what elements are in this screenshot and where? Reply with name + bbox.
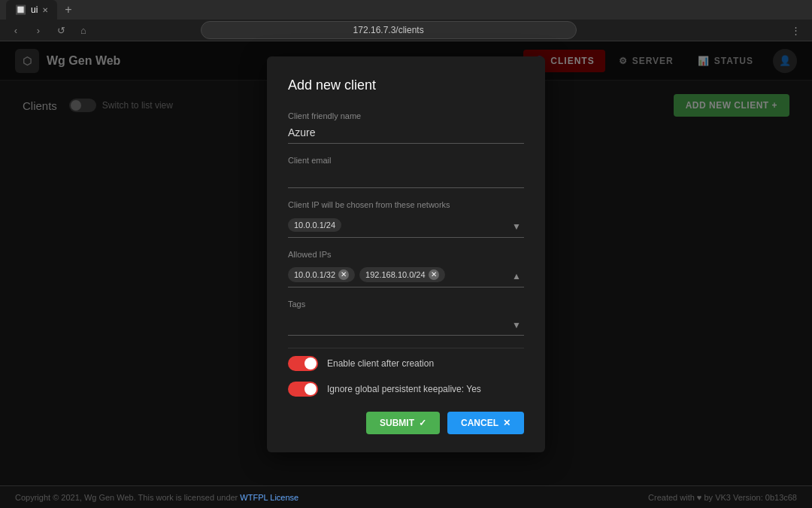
extensions-icon: ⋮ bbox=[788, 25, 804, 36]
allowed-ip-chip-0: 10.0.0.1/32 ✕ bbox=[288, 267, 355, 282]
allowed-ips-label: Allowed IPs bbox=[288, 250, 524, 259]
enable-client-toggle[interactable] bbox=[288, 356, 318, 371]
submit-button[interactable]: SUBMIT ✓ bbox=[366, 412, 440, 434]
modal-title: Add new client bbox=[288, 78, 524, 93]
tab-close-icon[interactable]: ✕ bbox=[42, 6, 48, 14]
divider bbox=[288, 348, 524, 348]
tab-label: ui bbox=[31, 5, 38, 15]
enable-client-row: Enable client after creation bbox=[288, 356, 524, 371]
enable-client-label: Enable client after creation bbox=[327, 358, 434, 369]
allowed-ips-arrow-icon: ▲ bbox=[512, 271, 521, 281]
ip-network-arrow-icon: ▼ bbox=[512, 221, 521, 232]
footer-version: Created with ♥ by VK3 Version: 0b13c68 bbox=[648, 493, 797, 502]
tags-select[interactable]: ▼ bbox=[288, 312, 524, 336]
ip-network-value: 10.0.0.1/24 bbox=[294, 221, 335, 230]
tags-arrow-icon: ▼ bbox=[512, 320, 521, 330]
modal-overlay: Add new client Client friendly name Clie… bbox=[0, 41, 812, 485]
remove-allowed-ip-0[interactable]: ✕ bbox=[338, 269, 349, 280]
modal-actions: SUBMIT ✓ CANCEL ✕ bbox=[288, 412, 524, 434]
browser-chrome: 🔲 ui ✕ + ‹ › ↺ ⌂ 172.16.7.3/clients ⋮ bbox=[0, 0, 812, 41]
friendly-name-field: Client friendly name bbox=[288, 111, 524, 144]
email-input[interactable] bbox=[288, 168, 524, 188]
cancel-x-icon: ✕ bbox=[503, 418, 511, 428]
ip-network-field: Client IP will be chosen from these netw… bbox=[288, 200, 524, 238]
keepalive-toggle[interactable] bbox=[288, 382, 318, 397]
allowed-ips-field: Allowed IPs 10.0.0.1/32 ✕ 192.168.10.0/2… bbox=[288, 250, 524, 287]
tags-label: Tags bbox=[288, 300, 524, 309]
nav-bar: ‹ › ↺ ⌂ 172.16.7.3/clients ⋮ bbox=[0, 20, 812, 41]
browser-nav-icons: ⋮ bbox=[788, 25, 804, 36]
tags-field: Tags ▼ bbox=[288, 300, 524, 336]
new-tab-button[interactable]: + bbox=[60, 3, 76, 17]
keepalive-row: Ignore global persistent keepalive: Yes bbox=[288, 382, 524, 397]
ip-network-select[interactable]: 10.0.0.1/24 ▼ bbox=[288, 212, 524, 238]
keepalive-label: Ignore global persistent keepalive: Yes bbox=[327, 384, 481, 394]
active-tab[interactable]: 🔲 ui ✕ bbox=[6, 0, 57, 20]
back-button[interactable]: ‹ bbox=[8, 25, 24, 36]
email-field: Client email bbox=[288, 156, 524, 188]
allowed-ip-value-0: 10.0.0.1/32 bbox=[294, 270, 335, 279]
home-button[interactable]: ⌂ bbox=[75, 25, 92, 36]
footer-copyright: Copyright © 2021, Wg Gen Web. This work … bbox=[15, 493, 298, 502]
reload-button[interactable]: ↺ bbox=[53, 25, 69, 36]
email-label: Client email bbox=[288, 156, 524, 165]
submit-label: SUBMIT bbox=[380, 418, 414, 428]
ip-network-chip: 10.0.0.1/24 bbox=[288, 218, 341, 232]
forward-button[interactable]: › bbox=[30, 25, 47, 36]
allowed-ips-select[interactable]: 10.0.0.1/32 ✕ 192.168.10.0/24 ✕ ▲ bbox=[288, 262, 524, 287]
friendly-name-label: Client friendly name bbox=[288, 111, 524, 120]
ip-network-label: Client IP will be chosen from these netw… bbox=[288, 200, 524, 209]
allowed-ip-chip-1: 192.168.10.0/24 ✕ bbox=[359, 267, 445, 282]
friendly-name-input[interactable] bbox=[288, 123, 524, 144]
cancel-label: CANCEL bbox=[461, 418, 498, 428]
submit-check-icon: ✓ bbox=[419, 418, 426, 428]
address-bar[interactable]: 172.16.7.3/clients bbox=[201, 21, 577, 39]
cancel-button[interactable]: CANCEL ✕ bbox=[447, 412, 524, 434]
allowed-ip-value-1: 192.168.10.0/24 bbox=[365, 270, 426, 279]
add-client-modal: Add new client Client friendly name Clie… bbox=[267, 56, 545, 452]
tab-favicon: 🔲 bbox=[15, 5, 26, 15]
remove-allowed-ip-1[interactable]: ✕ bbox=[429, 269, 439, 280]
footer: Copyright © 2021, Wg Gen Web. This work … bbox=[0, 485, 812, 508]
footer-license-link[interactable]: WTFPL License bbox=[240, 493, 298, 502]
tab-bar: 🔲 ui ✕ + bbox=[0, 0, 812, 20]
